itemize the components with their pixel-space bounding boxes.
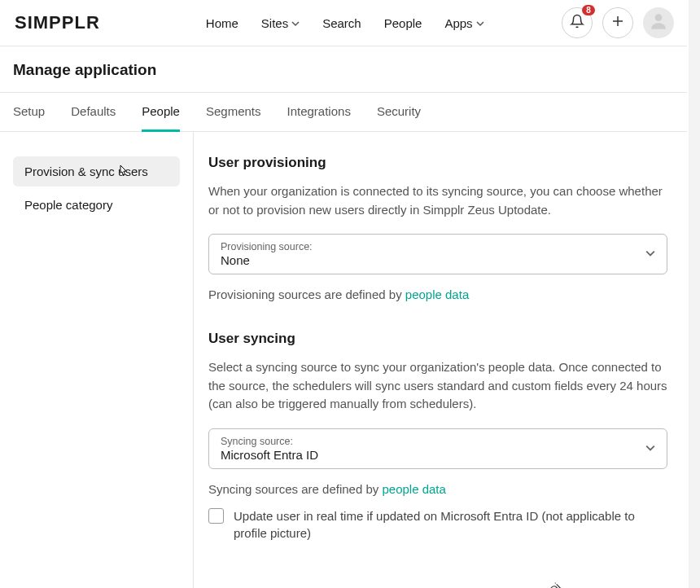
tab-setup[interactable]: Setup [13,93,45,132]
section-desc-syncing: Select a syncing source to sync your org… [208,358,667,414]
notification-badge: 8 [582,5,595,15]
nav-sites[interactable]: Sites [261,16,300,30]
svg-point-0 [655,14,663,21]
tabs: Setup Defaults People Segments Integrati… [0,93,687,132]
nav-people[interactable]: People [384,16,422,30]
cutoff-text: Di [547,581,562,588]
tab-people[interactable]: People [142,93,180,132]
realtime-update-label: Update user in real time if updated on M… [234,507,667,543]
realtime-update-checkbox[interactable] [208,508,224,524]
select-label: Provisioning source: [221,241,655,252]
sidebar: Provision & sync users People category [0,132,194,588]
add-button[interactable] [602,7,633,38]
avatar[interactable] [643,7,674,38]
tab-segments[interactable]: Segments [206,93,261,132]
browser-scrollbar[interactable] [689,0,700,588]
nav-search[interactable]: Search [322,16,361,30]
page-header: Manage application [0,46,687,93]
realtime-update-row: Update user in real time if updated on M… [208,507,667,543]
sidebar-item-people-category[interactable]: People category [13,190,180,220]
top-nav: Home Sites Search People Apps [206,16,484,30]
section-title-syncing: User syncing [208,331,667,347]
sidebar-item-provision-sync[interactable]: Provision & sync users [13,156,180,186]
notifications-button[interactable]: 8 [562,7,593,38]
chevron-down-icon [645,247,655,261]
tab-defaults[interactable]: Defaults [71,93,116,132]
tab-security[interactable]: Security [377,93,421,132]
nav-home[interactable]: Home [206,16,238,30]
select-label: Syncing source: [221,436,655,447]
people-data-link[interactable]: people data [382,482,445,496]
select-value: Microsoft Entra ID [221,448,655,462]
people-data-link[interactable]: people data [405,287,469,301]
chevron-down-icon [291,16,300,30]
provisioning-defined-by: Provisioning sources are defined by peop… [208,287,667,301]
nav-apps[interactable]: Apps [444,16,483,30]
syncing-defined-by: Syncing sources are defined by people da… [208,482,667,496]
section-title-provisioning: User provisioning [208,155,667,171]
content: User provisioning When your organization… [194,132,687,588]
user-icon [648,11,669,35]
body: Provision & sync users People category U… [0,132,687,588]
tab-integrations[interactable]: Integrations [287,93,351,132]
chevron-down-icon [645,441,655,456]
logo-text: SIMPPLR [15,12,100,33]
syncing-source-select[interactable]: Syncing source: Microsoft Entra ID [208,428,667,469]
chevron-down-icon [476,16,484,30]
topbar: SIMPPLR Home Sites Search People Apps 8 [0,0,687,46]
provisioning-source-select[interactable]: Provisioning source: None [208,234,667,274]
select-value: None [221,253,655,267]
topbar-actions: 8 [562,7,674,38]
plus-icon [610,14,625,32]
page-title: Manage application [13,61,674,79]
logo[interactable]: SIMPPLR [13,12,100,33]
section-desc-provisioning: When your organization is connected to i… [208,182,667,219]
bell-icon [570,14,584,32]
